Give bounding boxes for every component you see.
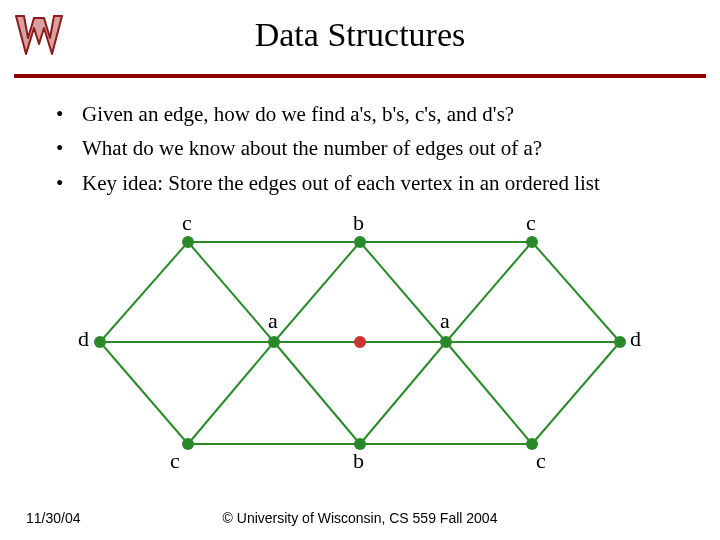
svg-point-20 bbox=[182, 236, 194, 248]
vertex-label: a bbox=[440, 308, 450, 334]
svg-point-24 bbox=[268, 336, 280, 348]
svg-point-22 bbox=[526, 236, 538, 248]
vertex-label: a bbox=[268, 308, 278, 334]
svg-line-10 bbox=[274, 242, 360, 342]
bullet-list: Given an edge, how do we find a's, b's, … bbox=[56, 100, 676, 203]
svg-line-19 bbox=[532, 342, 620, 444]
vertex-label: c bbox=[526, 210, 536, 236]
vertex-label: c bbox=[536, 448, 546, 474]
slide-copyright: © University of Wisconsin, CS 559 Fall 2… bbox=[0, 510, 720, 526]
svg-point-27 bbox=[614, 336, 626, 348]
svg-line-9 bbox=[188, 242, 274, 342]
slide-title: Data Structures bbox=[0, 16, 720, 54]
svg-line-13 bbox=[532, 242, 620, 342]
vertex-label: b bbox=[353, 448, 364, 474]
title-underline bbox=[14, 74, 706, 78]
svg-point-21 bbox=[354, 236, 366, 248]
graph-diagram: c b c d a a d c b c bbox=[70, 222, 650, 482]
svg-point-28 bbox=[182, 438, 194, 450]
svg-point-25 bbox=[354, 336, 366, 348]
vertex-label: d bbox=[78, 326, 89, 352]
svg-line-8 bbox=[100, 242, 188, 342]
svg-line-15 bbox=[188, 342, 274, 444]
svg-line-11 bbox=[360, 242, 446, 342]
svg-line-12 bbox=[446, 242, 532, 342]
svg-point-23 bbox=[94, 336, 106, 348]
vertex-label: c bbox=[170, 448, 180, 474]
vertex-label: c bbox=[182, 210, 192, 236]
bullet-item: Given an edge, how do we find a's, b's, … bbox=[56, 100, 676, 128]
svg-line-14 bbox=[100, 342, 188, 444]
bullet-item: Key idea: Store the edges out of each ve… bbox=[56, 169, 676, 197]
svg-point-26 bbox=[440, 336, 452, 348]
svg-line-16 bbox=[274, 342, 360, 444]
vertex-label: b bbox=[353, 210, 364, 236]
bullet-item: What do we know about the number of edge… bbox=[56, 134, 676, 162]
svg-line-18 bbox=[446, 342, 532, 444]
vertex-label: d bbox=[630, 326, 641, 352]
svg-line-17 bbox=[360, 342, 446, 444]
